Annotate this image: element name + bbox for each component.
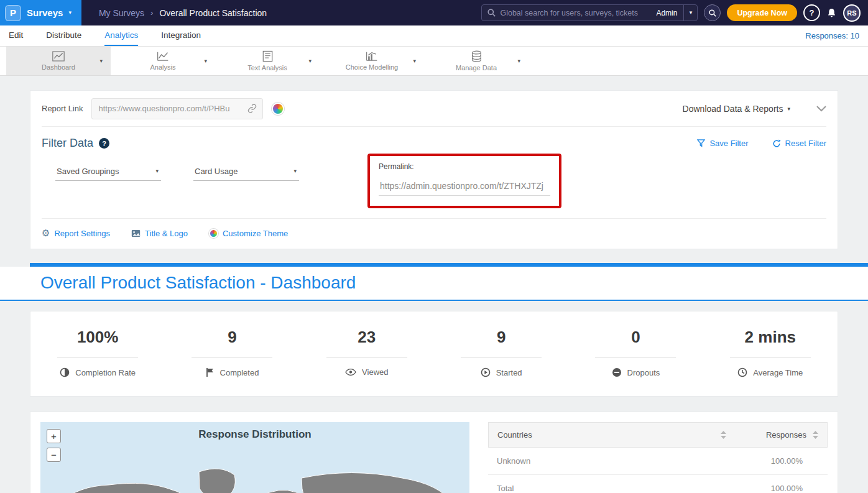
- tab-edit[interactable]: Edit: [9, 25, 23, 46]
- search-scope-dropdown[interactable]: ▾: [683, 5, 697, 21]
- permalink-input[interactable]: [379, 177, 550, 196]
- flag-icon: [206, 367, 215, 377]
- avatar[interactable]: RS: [843, 4, 861, 22]
- table-row: Total 100.00%: [488, 475, 828, 493]
- line-chart-icon: [52, 51, 65, 62]
- database-icon: [471, 50, 482, 62]
- chevron-down-icon: ▾: [293, 168, 297, 174]
- responses-cell: 100.00%: [738, 456, 819, 466]
- chevron-down-icon[interactable]: ▾: [99, 58, 103, 64]
- toolbar-item-manage-data[interactable]: Manage Data ▾: [424, 47, 529, 75]
- stat-average-time: 2 mins Average Time: [703, 328, 838, 377]
- save-filter-label: Save Filter: [709, 139, 748, 148]
- chevron-down-icon[interactable]: ▾: [204, 58, 207, 64]
- saved-groupings-label: Saved Groupings: [57, 167, 119, 176]
- clock-icon: [737, 367, 747, 377]
- image-icon: [131, 229, 141, 237]
- search-input[interactable]: [500, 9, 650, 17]
- download-data-reports-menu[interactable]: Download Data & Reports ▾: [683, 104, 790, 114]
- help-circle-icon[interactable]: ?: [99, 138, 109, 149]
- gear-icon: ⚙: [42, 228, 50, 239]
- reset-filter-button[interactable]: Reset Filter: [772, 139, 826, 148]
- breadcrumb-separator: ›: [150, 8, 153, 17]
- map-title: Response Distribution: [40, 428, 469, 441]
- customize-theme-label: Customize Theme: [223, 229, 288, 238]
- report-link-field: [91, 98, 263, 119]
- report-link-label: Report Link: [42, 104, 83, 113]
- global-search: Admin ▾: [481, 4, 698, 21]
- reset-filter-label: Reset Filter: [785, 139, 826, 148]
- stat-value: 23: [358, 328, 376, 347]
- stat-value: 100%: [77, 328, 119, 347]
- title-logo-label: Title & Logo: [145, 229, 188, 238]
- help-button[interactable]: ?: [803, 4, 820, 21]
- stat-completion-rate: 100% Completion Rate: [30, 328, 165, 377]
- country-cell: Total: [497, 484, 738, 493]
- saved-groupings-select[interactable]: Saved Groupings ▾: [55, 162, 161, 181]
- toolbar-item-label: Manage Data: [456, 64, 497, 71]
- dashboard-title-band: Overall Product Satisfaction - Dashboard: [0, 267, 868, 301]
- toolbar-item-dashboard[interactable]: Dashboard ▾: [6, 47, 111, 75]
- search-icon: [487, 9, 496, 17]
- chart-icon: [366, 51, 378, 62]
- stat-value: 2 mins: [745, 328, 796, 347]
- distribution-card: + − Response Distribution: [30, 412, 838, 493]
- surveys-menu-label: Surveys: [27, 7, 63, 18]
- analytics-toolbar: Dashboard ▾ Analysis ▾ Text Analysis ▾ C…: [0, 47, 868, 76]
- line-chart-icon: [157, 51, 169, 62]
- search-scope-label: Admin: [650, 9, 683, 17]
- customize-theme-button[interactable]: Customize Theme: [209, 228, 288, 239]
- responses-count: Responses: 10: [805, 25, 859, 46]
- zoom-out-button[interactable]: −: [47, 448, 61, 462]
- chevron-down-icon[interactable]: ▾: [517, 58, 520, 64]
- upgrade-now-button[interactable]: Upgrade Now: [727, 4, 797, 21]
- download-data-reports-label: Download Data & Reports: [683, 104, 783, 114]
- stat-value: 0: [631, 328, 640, 347]
- document-icon: [262, 50, 273, 62]
- responses-header-label: Responses: [766, 430, 806, 440]
- tab-integration[interactable]: Integration: [161, 25, 201, 46]
- surveys-menu[interactable]: P Surveys ▾: [0, 0, 81, 25]
- stat-label: Average Time: [753, 368, 803, 377]
- chevron-down-icon: ▾: [787, 106, 790, 112]
- toolbar-item-text-analysis[interactable]: Text Analysis ▾: [215, 47, 320, 75]
- map-zoom-control: + −: [47, 429, 61, 462]
- countries-header-label: Countries: [497, 430, 532, 440]
- search-button[interactable]: [704, 4, 721, 21]
- country-cell: Unknown: [497, 456, 738, 466]
- notifications-button[interactable]: [826, 7, 837, 19]
- breadcrumb-my-surveys[interactable]: My Surveys: [99, 8, 144, 18]
- play-circle-icon: [481, 367, 491, 377]
- world-map[interactable]: [40, 444, 469, 493]
- tab-analytics[interactable]: Analytics: [104, 25, 138, 46]
- palette-icon: [209, 229, 218, 238]
- stat-label: Dropouts: [627, 368, 660, 377]
- toolbar-item-analysis[interactable]: Analysis ▾: [111, 47, 215, 75]
- toolbar-item-label: Choice Modelling: [346, 63, 398, 71]
- toolbar-item-label: Text Analysis: [247, 64, 287, 71]
- permalink-highlight-box: Permalink:: [367, 154, 561, 208]
- sort-icon[interactable]: [721, 431, 726, 439]
- breadcrumb: My Surveys › Overall Product Satisfactio…: [99, 8, 267, 18]
- toolbar-item-choice-modelling[interactable]: Choice Modelling ▾: [320, 47, 424, 75]
- stat-dropouts: 0 Dropouts: [568, 328, 703, 377]
- sort-icon[interactable]: [813, 431, 818, 439]
- zoom-in-button[interactable]: +: [47, 429, 61, 443]
- link-icon[interactable]: [247, 104, 257, 113]
- collapse-panel-icon[interactable]: [816, 106, 826, 112]
- report-settings-label: Report Settings: [54, 229, 110, 238]
- chevron-down-icon[interactable]: ▾: [308, 58, 312, 64]
- report-link-input[interactable]: [92, 104, 247, 113]
- stat-label: Completed: [220, 368, 259, 377]
- title-logo-button[interactable]: Title & Logo: [131, 228, 188, 239]
- report-settings-button[interactable]: ⚙ Report Settings: [42, 228, 110, 239]
- stat-value: 9: [228, 328, 236, 347]
- tab-distribute[interactable]: Distribute: [46, 25, 81, 46]
- theme-wheel-icon[interactable]: [272, 103, 284, 115]
- eye-icon: [345, 368, 356, 376]
- save-filter-button[interactable]: Save Filter: [697, 139, 748, 148]
- card-usage-select[interactable]: Card Usage ▾: [193, 162, 299, 181]
- chevron-down-icon[interactable]: ▾: [413, 58, 416, 64]
- card-usage-label: Card Usage: [195, 167, 238, 176]
- response-distribution-map[interactable]: + − Response Distribution: [40, 422, 469, 493]
